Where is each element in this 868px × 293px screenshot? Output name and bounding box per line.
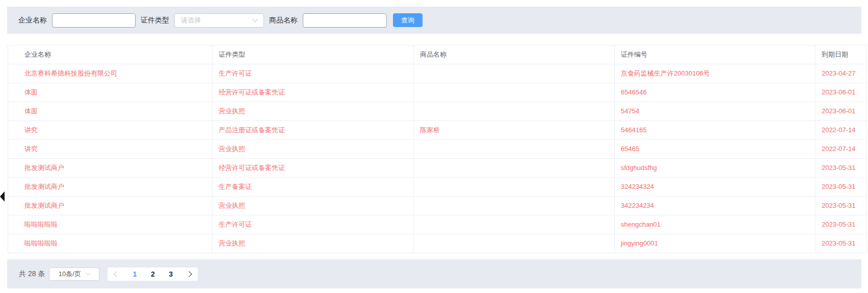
table-cell: 讲究 xyxy=(8,121,213,140)
table-cell: 324234324 xyxy=(615,178,816,197)
table-cell: 啦啦啦啦啦 xyxy=(8,234,213,253)
table-cell: 生产备案证 xyxy=(213,178,414,197)
page-size-value: 10条/页 xyxy=(59,270,81,279)
table-cell: 2023-06-01 xyxy=(816,102,866,121)
certificates-table: 企业名称 证件类型 商品名称 证件编号 到期日期 北京赛科希德科技股份有限公司生… xyxy=(8,45,867,253)
table-cell: 经营许可证或备案凭证 xyxy=(213,159,414,178)
table-cell xyxy=(414,197,615,215)
column-header-company: 企业名称 xyxy=(8,45,213,64)
table-cell: 生产许可证 xyxy=(213,215,414,234)
table-cell: jingying0001 xyxy=(615,234,816,253)
table-cell: 342234234 xyxy=(615,197,816,215)
table-cell: 2023-04-27 xyxy=(816,64,866,83)
table-row: 批发测试商户生产备案证3242343242023-05-31 xyxy=(8,178,866,197)
table-row: 体面营业执照547542023-06-01 xyxy=(8,102,866,121)
table-cell xyxy=(414,215,615,234)
table-cell: 2023-05-31 xyxy=(816,215,866,234)
table-header-row: 企业名称 证件类型 商品名称 证件编号 到期日期 xyxy=(8,45,866,64)
chevron-down-icon xyxy=(252,16,258,22)
pagination-bar: 共 28 条 10条/页 1 2 3 xyxy=(7,259,861,288)
column-header-product: 商品名称 xyxy=(414,45,615,64)
chevron-right-icon xyxy=(186,271,192,277)
table-cell: 产品注册证或备案凭证 xyxy=(213,121,414,140)
table-cell: 北京赛科希德科技股份有限公司 xyxy=(8,64,213,83)
column-header-cert-number: 证件编号 xyxy=(615,45,816,64)
page-button-3[interactable]: 3 xyxy=(166,270,175,278)
cert-type-select[interactable]: 请选择 xyxy=(174,13,264,28)
table-cell: 营业执照 xyxy=(213,234,414,253)
table-row: 批发测试商户经营许可证或备案凭证sfdghudsfhg2023-05-31 xyxy=(8,159,866,178)
table-cell xyxy=(414,159,615,178)
company-name-input[interactable] xyxy=(52,13,136,28)
cert-type-placeholder: 请选择 xyxy=(181,16,201,25)
cert-type-label: 证件类型 xyxy=(141,16,169,25)
table-cell: 讲究 xyxy=(8,140,213,159)
table-cell: 体面 xyxy=(8,83,213,102)
table-cell: 营业执照 xyxy=(213,197,414,215)
table-cell: 批发测试商户 xyxy=(8,178,213,197)
table-cell: 批发测试商户 xyxy=(8,197,213,215)
table-cell: 6546546 xyxy=(615,83,816,102)
filter-bar: 企业名称 证件类型 请选择 商品名称 查询 xyxy=(7,7,861,34)
table-cell xyxy=(414,234,615,253)
table-cell: 营业执照 xyxy=(213,102,414,121)
table-cell: 生产许可证 xyxy=(213,64,414,83)
page-size-select[interactable]: 10条/页 xyxy=(49,267,99,281)
total-count-label: 共 28 条 xyxy=(19,270,45,279)
next-page-button[interactable] xyxy=(185,270,194,279)
column-header-cert-type: 证件类型 xyxy=(213,45,414,64)
table-cell xyxy=(414,102,615,121)
previous-page-button[interactable] xyxy=(112,270,121,279)
page-button-1[interactable]: 1 xyxy=(130,270,139,278)
chevron-left-icon xyxy=(114,271,119,277)
table-row: 批发测试商户营业执照3422342342023-05-31 xyxy=(8,197,866,215)
table-cell: 2023-05-31 xyxy=(816,197,866,215)
table-cell xyxy=(414,140,615,159)
page-button-2[interactable]: 2 xyxy=(148,270,157,278)
table-cell: 54754 xyxy=(615,102,816,121)
chevron-down-icon xyxy=(86,271,91,276)
table-row: 讲究产品注册证或备案凭证陈家桥54641652022-07-14 xyxy=(8,121,866,140)
table-row: 啦啦啦啦啦营业执照jingying00012023-05-31 xyxy=(8,234,866,253)
table-cell: 批发测试商户 xyxy=(8,159,213,178)
pager: 1 2 3 xyxy=(108,267,198,281)
table-cell: 陈家桥 xyxy=(414,121,615,140)
table-cell: 2023-05-31 xyxy=(816,159,866,178)
table-cell: 65465 xyxy=(615,140,816,159)
table-cell: 啦啦啦啦啦 xyxy=(8,215,213,234)
triangle-left-icon[interactable] xyxy=(0,191,5,202)
table-cell xyxy=(414,64,615,83)
table-cell: 2023-05-31 xyxy=(816,178,866,197)
product-name-input[interactable] xyxy=(303,13,387,28)
table-cell: shengchan01 xyxy=(615,215,816,234)
column-header-expiry-date: 到期日期 xyxy=(816,45,866,64)
table-row: 体面经营许可证或备案凭证65465462023-06-01 xyxy=(8,83,866,102)
table-body: 北京赛科希德科技股份有限公司生产许可证京食药监械生产许20030106号2023… xyxy=(8,64,866,253)
table-cell: 2022-07-14 xyxy=(816,140,866,159)
table-cell: 营业执照 xyxy=(213,140,414,159)
table-cell: 5464165 xyxy=(615,121,816,140)
table-cell: sfdghudsfhg xyxy=(615,159,816,178)
table-row: 啦啦啦啦啦生产许可证shengchan012023-05-31 xyxy=(8,215,866,234)
table-row: 讲究营业执照654652022-07-14 xyxy=(8,140,866,159)
search-button[interactable]: 查询 xyxy=(393,13,423,27)
table-row: 北京赛科希德科技股份有限公司生产许可证京食药监械生产许20030106号2023… xyxy=(8,64,866,83)
table-cell: 2023-06-01 xyxy=(816,83,866,102)
table-cell: 体面 xyxy=(8,102,213,121)
product-name-label: 商品名称 xyxy=(269,16,298,25)
company-name-label: 企业名称 xyxy=(18,16,47,25)
table-cell: 2022-07-14 xyxy=(816,121,866,140)
table-cell: 2023-05-31 xyxy=(816,234,866,253)
table-cell: 京食药监械生产许20030106号 xyxy=(615,64,816,83)
table-cell xyxy=(414,83,615,102)
table-cell xyxy=(414,178,615,197)
table-cell: 经营许可证或备案凭证 xyxy=(213,83,414,102)
